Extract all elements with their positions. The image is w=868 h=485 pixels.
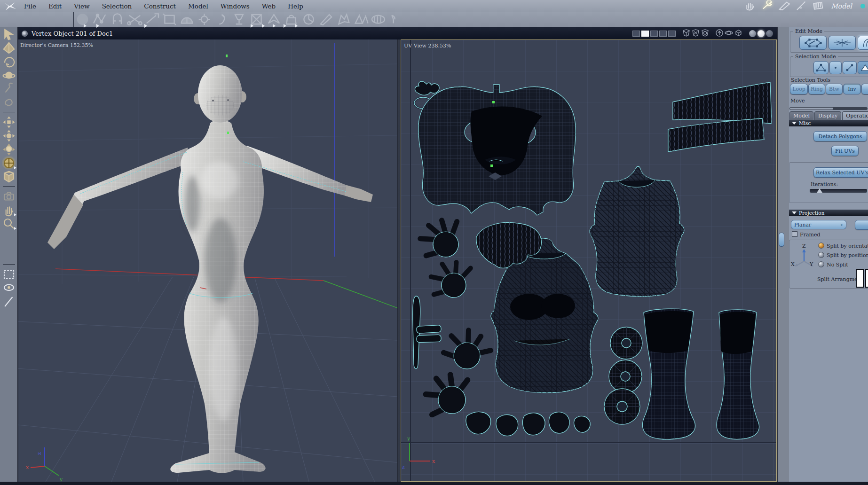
toolbar-popup-arrow[interactable] <box>96 24 99 28</box>
layout-three-icon[interactable] <box>650 31 658 37</box>
move-sphere-tool[interactable] <box>2 142 16 156</box>
pan-hand-tool[interactable] <box>2 203 16 217</box>
loop-button[interactable]: Loop <box>790 84 808 94</box>
scissors-tool-icon[interactable] <box>126 14 143 26</box>
slider-thumb[interactable] <box>817 188 822 193</box>
wrench-mode-icon[interactable] <box>761 1 775 11</box>
orbit-rotate-tool[interactable] <box>2 156 16 170</box>
viewport-splitter[interactable] <box>397 39 401 482</box>
room-box-tool[interactable] <box>2 170 16 183</box>
transform-rect-icon[interactable] <box>161 14 178 26</box>
detach-polygons-button[interactable]: Detach Polygons <box>813 131 867 141</box>
move-center-tool[interactable] <box>2 129 16 142</box>
orbit-view-icon[interactable] <box>725 29 733 38</box>
3d-viewport[interactable]: Director's Camera 152.35% <box>17 39 397 482</box>
edit-mode-deform-button[interactable] <box>829 36 856 50</box>
uv-viewport[interactable]: UV View 238.53% <box>401 39 777 482</box>
viewport-title-bar[interactable]: Vertex Object 201 of Doc1 <box>17 27 777 39</box>
toolbar-popup-arrow[interactable] <box>251 24 253 28</box>
menu-selection[interactable]: Selection <box>96 2 138 10</box>
menu-view[interactable]: View <box>68 2 95 10</box>
hand-mode-icon[interactable] <box>744 1 758 11</box>
dropper-tool[interactable] <box>2 82 16 95</box>
wire-cube-icon[interactable] <box>734 29 742 38</box>
select-arrow-tool[interactable] <box>2 27 16 41</box>
pen-select-tool[interactable] <box>2 295 16 308</box>
selection-tool-more-button[interactable] <box>861 84 868 94</box>
curve-tool-icon[interactable] <box>91 14 109 26</box>
hook-tool-icon[interactable] <box>213 14 230 26</box>
lasso-select-tool[interactable] <box>2 281 16 295</box>
menu-construct[interactable]: Construct <box>138 2 182 10</box>
selection-mode-vertices-button[interactable] <box>813 61 829 74</box>
selection-mode-center-button[interactable] <box>829 61 842 74</box>
menu-web[interactable]: Web <box>256 2 282 10</box>
zoom-magnifier-tool[interactable] <box>2 217 16 230</box>
selection-mode-edges-button[interactable] <box>843 61 857 74</box>
toolbar-popup-arrow[interactable] <box>273 24 276 28</box>
projection-section-header[interactable]: Projection <box>789 210 868 216</box>
apply-button-clipped[interactable] <box>855 220 868 230</box>
relax-selected-uvs-button[interactable]: Relax Selected UV's <box>813 167 868 178</box>
iterations-slider[interactable] <box>810 189 867 193</box>
layout-split-icon[interactable] <box>641 31 649 37</box>
bone-tool-icon[interactable] <box>387 14 404 26</box>
selection-mode-polygons-button[interactable] <box>858 61 868 74</box>
marquee-select-tool[interactable] <box>2 267 16 281</box>
split-arrangement-swatches[interactable] <box>856 269 868 288</box>
menu-file[interactable]: File <box>18 2 42 10</box>
framed-checkbox-row[interactable]: Framed <box>792 231 820 238</box>
fit-uvs-button[interactable]: Fit UVs <box>831 146 859 156</box>
shading-matte-icon[interactable] <box>749 30 756 37</box>
crumple-tool-icon[interactable] <box>335 14 352 26</box>
uv-viewport-canvas[interactable]: y x z <box>401 40 776 481</box>
magnet-tool-icon[interactable] <box>109 14 126 26</box>
layout-switch-icon[interactable] <box>860 4 865 8</box>
film-mode-icon[interactable] <box>812 1 826 11</box>
split-position-radio[interactable] <box>818 252 824 258</box>
no-split-radio-row[interactable]: No Split <box>818 261 848 268</box>
shading-translucent-icon[interactable] <box>766 30 773 37</box>
framed-checkbox[interactable] <box>792 231 797 237</box>
split-orientation-radio[interactable] <box>818 242 824 249</box>
edit-mode-vertex-map-button[interactable] <box>799 36 827 50</box>
pen-mode-icon[interactable] <box>778 1 792 11</box>
toolbar-popup-arrow[interactable] <box>144 24 147 28</box>
layout-single-icon[interactable] <box>632 31 640 37</box>
toolbar-popup-arrow[interactable] <box>84 24 87 28</box>
btw-button[interactable]: Btw <box>826 84 843 94</box>
filmstrip-tool-icon[interactable] <box>370 14 387 26</box>
panel-grab-handle[interactable] <box>779 233 784 247</box>
viewport-menu-icon[interactable] <box>22 31 28 37</box>
panel-scrollbar[interactable] <box>789 107 868 110</box>
tab-model[interactable]: Model <box>789 111 813 120</box>
menu-help[interactable]: Help <box>282 2 309 10</box>
tab-operations[interactable]: Operations <box>842 111 868 120</box>
saturn-sphere-tool[interactable] <box>2 68 16 82</box>
toolbar-popup-arrow[interactable] <box>262 24 265 28</box>
goblet-tool-icon[interactable] <box>230 14 248 26</box>
layout-corner-icon[interactable] <box>668 31 676 37</box>
pyramid-tool[interactable] <box>2 41 16 55</box>
camera-tool[interactable] <box>2 189 16 203</box>
tab-display[interactable]: Display <box>814 111 841 120</box>
ring-button[interactable]: Ring <box>808 84 825 94</box>
toolbar-popup-arrow[interactable] <box>284 24 286 28</box>
edit-mode-uv-button[interactable] <box>858 36 868 50</box>
layout-quad-icon[interactable] <box>659 31 667 37</box>
dome-tool-icon[interactable] <box>178 14 196 26</box>
toolbar-popup-arrow[interactable] <box>295 24 298 28</box>
misc-section-header[interactable]: Misc <box>789 120 868 126</box>
pen-tool-icon[interactable] <box>317 14 335 26</box>
style-shield-a-icon[interactable] <box>682 29 690 38</box>
menu-windows[interactable]: Windows <box>214 2 256 10</box>
menu-edit[interactable]: Edit <box>42 2 68 10</box>
primitive-sphere-icon[interactable] <box>74 14 91 26</box>
shading-lit-icon[interactable] <box>758 30 765 37</box>
move-tool[interactable] <box>2 115 16 129</box>
arrangement-swatch[interactable] <box>865 269 868 288</box>
character-model[interactable] <box>47 55 373 473</box>
projection-type-dropdown[interactable]: Planar » <box>791 220 846 229</box>
arrangement-swatch[interactable] <box>856 269 864 288</box>
no-split-radio[interactable] <box>818 261 824 267</box>
